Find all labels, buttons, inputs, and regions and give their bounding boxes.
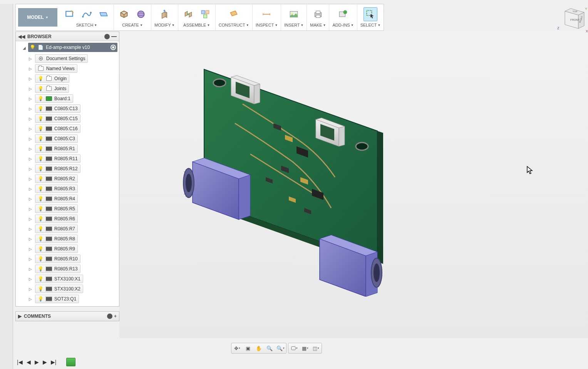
tree-item[interactable]: ▷💡R0805:R7 [16, 224, 119, 234]
lightbulb-icon[interactable]: 💡 [38, 146, 44, 151]
expand-icon[interactable]: ▷ [29, 267, 33, 271]
expand-icon[interactable]: ▷ [29, 117, 33, 121]
sketch-rectangle-button[interactable] [63, 7, 77, 21]
tree-item[interactable]: ▷💡C0805:C16 [16, 124, 119, 134]
expand-icon[interactable]: ▷ [29, 257, 33, 261]
tree-item[interactable]: ▷💡R0805:R12 [16, 164, 119, 174]
lightbulb-icon[interactable]: 💡 [38, 156, 44, 161]
timeline-first-button[interactable]: |◀ [17, 359, 23, 365]
lightbulb-icon[interactable]: 💡 [38, 266, 44, 272]
expand-icon[interactable]: ▶ [18, 314, 22, 319]
tree-item[interactable]: ▷💡R0805:R10 [16, 254, 119, 264]
tree-item[interactable]: ▷💡Origin [16, 74, 119, 84]
lightbulb-icon[interactable]: 💡 [38, 296, 44, 302]
lightbulb-icon[interactable]: 💡 [38, 256, 44, 262]
expand-icon[interactable]: ▷ [29, 87, 33, 91]
expand-icon[interactable]: ▷ [29, 187, 33, 191]
toolbar-label-addins[interactable]: ADD-INS▼ [331, 22, 355, 29]
fit-button[interactable]: 🔍▾ [276, 344, 285, 352]
tree-item[interactable]: ▷Named Views [16, 64, 119, 74]
expand-icon[interactable]: ▷ [29, 147, 33, 151]
viewport-3d[interactable] [119, 31, 588, 338]
tree-item[interactable]: ▷💡SOT23:Q1 [16, 294, 119, 304]
expand-icon[interactable]: ▷ [29, 97, 33, 101]
toolbar-label-make[interactable]: MAKE▼ [308, 22, 327, 29]
make-print-button[interactable] [311, 7, 325, 21]
display-settings-button[interactable]: 🖵▾ [290, 344, 298, 352]
toolbar-label-insert[interactable]: INSERT▼ [283, 22, 305, 29]
inspect-measure-button[interactable] [260, 7, 273, 21]
tree-item[interactable]: ▷💡C0805:C15 [16, 114, 119, 124]
expand-icon[interactable]: ▷ [29, 127, 33, 131]
tree-root[interactable]: 💡 📄 Ed-amp-example v10 [28, 43, 117, 52]
lightbulb-icon[interactable]: 💡 [38, 136, 44, 141]
tree-item[interactable]: ▷💡R0805:R9 [16, 244, 119, 254]
toolbar-label-select[interactable]: SELECT▼ [359, 22, 382, 29]
assemble-group-button[interactable] [198, 7, 212, 21]
tree-item[interactable]: ▷💡R0805:R4 [16, 194, 119, 204]
timeline-play-button[interactable]: ▶ [35, 359, 39, 365]
expand-icon[interactable]: ▷ [29, 67, 33, 71]
tree-item[interactable]: ▷💡STX3100:X2 [16, 284, 119, 294]
lightbulb-icon[interactable]: 💡 [38, 86, 44, 91]
tree-item[interactable]: ▷💡R0805:R6 [16, 214, 119, 224]
settings-dot-icon[interactable] [104, 34, 110, 39]
expand-icon[interactable]: ▷ [29, 287, 33, 291]
expand-icon[interactable]: ▷ [29, 107, 33, 111]
lightbulb-icon[interactable]: 💡 [38, 276, 44, 282]
expand-icon[interactable]: ▷ [29, 247, 33, 251]
assemble-joint-button[interactable] [181, 7, 195, 21]
timeline-feature[interactable] [66, 358, 75, 366]
toolbar-label-inspect[interactable]: INSPECT▼ [254, 22, 280, 29]
tree-item[interactable]: ▷💡R0805:R5 [16, 204, 119, 214]
addins-button[interactable] [336, 7, 350, 21]
expand-icon[interactable]: ▷ [29, 167, 33, 171]
orbit-button[interactable]: ✥▾ [233, 344, 241, 352]
lightbulb-icon[interactable]: 💡 [38, 226, 44, 231]
expand-icon[interactable]: ▷ [29, 137, 33, 141]
lightbulb-icon[interactable]: 💡 [38, 76, 44, 81]
lightbulb-icon[interactable]: 💡 [38, 186, 44, 191]
tree-item[interactable]: ▷💡C0805:C13 [16, 104, 119, 114]
expand-icon[interactable]: ▷ [29, 207, 33, 211]
active-radio-icon[interactable] [111, 45, 116, 50]
comments-header[interactable]: ▶ COMMENTS + [16, 312, 119, 321]
expand-root-icon[interactable]: ◢ [23, 46, 27, 50]
viewcube[interactable]: FRONT RIGHT TOP Y Z X [553, 5, 588, 40]
tree-item[interactable]: ▷💡R0805:R8 [16, 234, 119, 244]
timeline-last-button[interactable]: ▶| [51, 359, 57, 365]
lightbulb-icon[interactable]: 💡 [38, 196, 44, 201]
select-button[interactable] [364, 7, 377, 21]
tree-item[interactable]: ▷💡Joints [16, 84, 119, 94]
expand-icon[interactable]: ▷ [29, 197, 33, 201]
expand-icon[interactable]: ▷ [29, 217, 33, 221]
lightbulb-icon[interactable]: 💡 [38, 176, 44, 181]
lightbulb-icon[interactable]: 💡 [38, 96, 44, 101]
tree-item[interactable]: ▷💡R0805:R11 [16, 154, 119, 164]
expand-icon[interactable]: ▷ [29, 57, 33, 61]
pan-button[interactable]: ✋ [255, 344, 263, 352]
toolbar-label-sketch[interactable]: SKETCH▼ [75, 22, 99, 29]
create-sphere-button[interactable] [134, 7, 148, 21]
tree-item[interactable]: ▷💡Board:1 [16, 94, 119, 104]
workspace-switcher[interactable]: MODEL ▼ [18, 8, 57, 27]
minimize-icon[interactable] [111, 36, 117, 37]
expand-icon[interactable]: ▷ [29, 227, 33, 231]
add-comment-icon[interactable]: + [114, 314, 117, 319]
tree-item[interactable]: ▷💡R0805:R1 [16, 144, 119, 154]
lookat-button[interactable]: ▣ [244, 344, 252, 352]
tree-item[interactable]: ▷💡C0805:C3 [16, 134, 119, 144]
expand-icon[interactable]: ▷ [29, 297, 33, 301]
timeline-prev-button[interactable]: ◀ [27, 359, 31, 365]
modify-pushpull-button[interactable] [157, 7, 171, 21]
lightbulb-icon[interactable]: 💡 [38, 166, 44, 171]
tree-item[interactable]: ▷💡STX3100:X1 [16, 274, 119, 284]
toolbar-label-assemble[interactable]: ASSEMBLE▼ [182, 22, 211, 29]
browser-header[interactable]: ◀◀ BROWSER [16, 32, 119, 41]
lightbulb-icon[interactable]: 💡 [38, 236, 44, 242]
lightbulb-icon[interactable]: 💡 [38, 206, 44, 211]
expand-icon[interactable]: ▷ [29, 157, 33, 161]
tree-item[interactable]: ▷💡R0805:R3 [16, 184, 119, 194]
construct-plane-button[interactable] [227, 7, 241, 21]
insert-image-button[interactable] [287, 7, 301, 21]
